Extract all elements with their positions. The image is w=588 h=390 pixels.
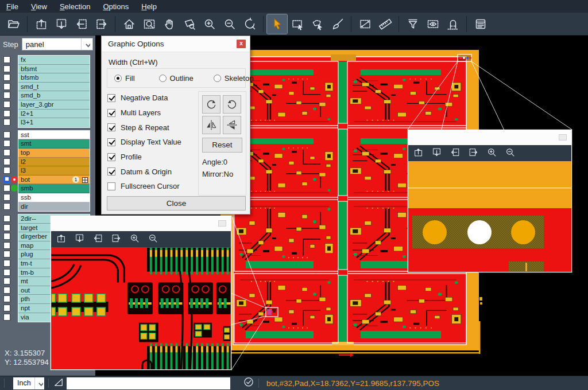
command-input[interactable] [67, 377, 230, 389]
checkbox-datum-origin[interactable]: Datum & Origin [107, 164, 199, 179]
layer-row-bfsmb[interactable]: bfsmb [18, 73, 90, 83]
layer-visibility-checkbox[interactable] [3, 131, 10, 138]
zoom-out-button[interactable] [148, 233, 158, 246]
layer-visibility-checkbox[interactable] [3, 74, 10, 81]
pan-hand-button[interactable] [159, 14, 179, 34]
pan-up-button[interactable] [31, 14, 51, 34]
layer-visibility-checkbox[interactable] [3, 167, 10, 174]
layer-visibility-checkbox[interactable] [3, 287, 10, 294]
select-cursor-button[interactable] [267, 14, 287, 34]
zoom-out-button[interactable] [219, 14, 239, 34]
layer-row-l3[interactable]: l3 [18, 166, 90, 176]
layer-row-l3+1[interactable]: l3+1 [18, 118, 90, 127]
magnifier-2-titlebar[interactable] [408, 130, 571, 145]
layer-visibility-checkbox[interactable] [3, 56, 10, 63]
rotate-ccw-button[interactable] [223, 95, 241, 114]
reset-button[interactable]: Reset [202, 138, 242, 153]
checkbox-step-repeat[interactable]: Step & Repeat [107, 120, 199, 135]
pan-up-button[interactable] [413, 147, 424, 160]
zoom-area-button[interactable] [139, 14, 159, 34]
open-folder-button[interactable] [3, 14, 24, 34]
layer-visibility-checkbox[interactable] [3, 251, 10, 258]
pan-right-button[interactable] [468, 147, 479, 160]
layer-visibility-checkbox[interactable] [3, 176, 10, 183]
magnifier-1-view[interactable] [51, 247, 231, 369]
layer-visibility-checkbox[interactable] [3, 314, 10, 321]
magnifier-1-titlebar[interactable] [51, 216, 231, 231]
dialog-title[interactable]: Graphic Options [102, 36, 250, 52]
layer-row-smb[interactable]: smb [18, 184, 90, 193]
zoom-in-button[interactable] [199, 14, 219, 34]
zoom-previous-button[interactable] [239, 14, 260, 34]
layer-visibility-checkbox[interactable] [3, 83, 10, 90]
layer-visibility-checkbox[interactable] [3, 92, 10, 99]
window-button-icon[interactable] [559, 134, 567, 141]
radio-outline[interactable]: Outline [159, 74, 194, 83]
dialog-close-button[interactable]: x [237, 40, 246, 48]
menu-item-file[interactable]: File [0, 2, 25, 11]
mirror-vertical-button[interactable] [223, 116, 241, 134]
select-polygon-button[interactable] [307, 14, 327, 34]
layer-row-l2+1[interactable]: l2+1 [18, 110, 90, 119]
snap-magnet-button[interactable] [443, 14, 463, 34]
menu-item-options[interactable]: Options [96, 2, 135, 11]
layer-visibility-checkbox[interactable] [3, 224, 10, 231]
pan-left-button[interactable] [450, 147, 461, 160]
measure-diagonal-button[interactable] [355, 14, 375, 34]
layer-visibility-checkbox[interactable] [3, 269, 10, 276]
menu-item-selection[interactable]: Selection [53, 2, 96, 11]
zoom-in-button[interactable] [486, 147, 497, 160]
checkbox-multi-layers[interactable]: Multi Layers [107, 106, 199, 120]
layer-visibility-checkbox[interactable] [3, 149, 10, 156]
layer-row-dir[interactable]: dir [18, 202, 90, 212]
checkbox-display-text-value[interactable]: Display Text Value [107, 135, 199, 150]
layer-visibility-checkbox[interactable] [3, 158, 10, 165]
layer-visibility-checkbox[interactable] [3, 101, 10, 108]
pan-up-button[interactable] [56, 233, 67, 246]
layer-row-fx[interactable]: fx [18, 56, 90, 65]
apply-icon[interactable] [243, 376, 254, 390]
pan-down-button[interactable] [431, 147, 442, 160]
layer-row-top[interactable]: top [18, 149, 90, 158]
view-eye-button[interactable] [423, 14, 443, 34]
home-button[interactable] [119, 14, 139, 34]
layer-row-ssb[interactable]: ssb [18, 193, 90, 202]
layer-visibility-checkbox[interactable] [3, 110, 10, 117]
pan-left-button[interactable] [92, 233, 103, 246]
report-button[interactable] [470, 14, 490, 34]
menu-item-help[interactable]: Help [135, 2, 163, 11]
layer-visibility-checkbox[interactable] [3, 203, 10, 210]
layer-visibility-checkbox[interactable] [3, 194, 10, 201]
close-button[interactable]: Close [107, 196, 246, 210]
layer-row-smd_b[interactable]: smd_b [18, 91, 90, 100]
layer-visibility-checkbox[interactable] [3, 215, 10, 222]
radio-skeleton[interactable]: Skeleton [214, 74, 254, 83]
layer-visibility-checkbox[interactable] [3, 185, 10, 192]
select-rect-button[interactable] [287, 14, 307, 34]
menu-item-view[interactable]: View [25, 2, 53, 11]
pan-down-button[interactable] [51, 14, 71, 34]
brush-button[interactable] [327, 14, 347, 34]
layer-row-smd_t[interactable]: smd_t [18, 83, 90, 92]
layer-visibility-checkbox[interactable] [3, 242, 10, 249]
checkbox-profile[interactable]: Profile [107, 150, 199, 165]
radio-fill[interactable]: Fill [114, 74, 135, 83]
pan-left-button[interactable] [71, 14, 91, 34]
layer-visibility-checkbox[interactable] [3, 260, 10, 267]
ruler-button[interactable] [375, 14, 395, 34]
magnifier-2-view[interactable] [408, 161, 571, 271]
layer-visibility-checkbox[interactable] [3, 295, 10, 302]
layer-row-layer_3.gbr[interactable]: layer_3.gbr [18, 100, 90, 110]
layer-row-bot[interactable]: bot1 [18, 176, 90, 185]
pan-down-button[interactable] [74, 233, 85, 246]
unit-select[interactable]: Inch [13, 377, 44, 389]
pan-right-button[interactable] [91, 14, 111, 34]
layer-visibility-checkbox[interactable] [3, 233, 10, 240]
layer-row-smt[interactable]: smt [18, 139, 90, 149]
angle-tool-icon[interactable] [53, 376, 64, 390]
rotate-cw-button[interactable] [202, 95, 220, 114]
layer-visibility-checkbox[interactable] [3, 305, 10, 311]
checkbox-negative-data[interactable]: Negative Data [107, 91, 199, 106]
step-select[interactable]: panel [22, 38, 93, 50]
zoom-polygon-button[interactable] [179, 14, 199, 34]
